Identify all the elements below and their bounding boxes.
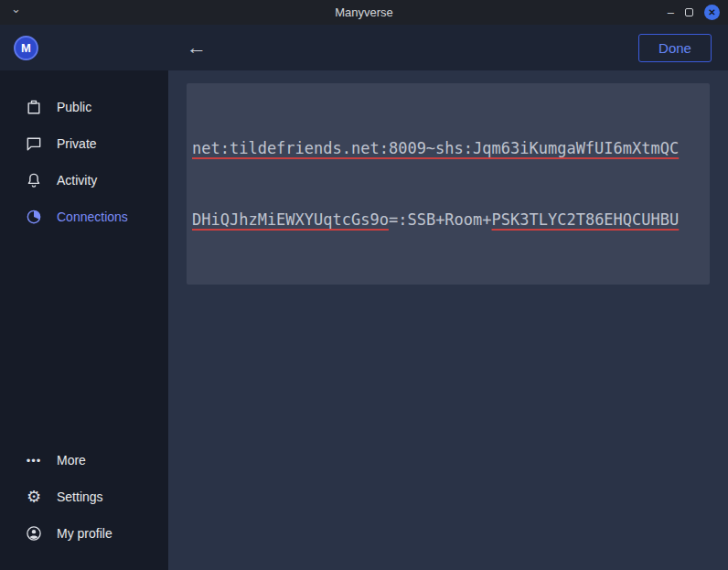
sidebar-item-label: Public: [57, 100, 91, 114]
invite-text-segment: DHiQJhzMiEWXYUqtcGs9o: [192, 210, 389, 229]
window-controls: – ✕: [668, 0, 720, 25]
invite-text-line: HASCASE18JBV24=: [192, 279, 704, 285]
message-icon: [25, 134, 43, 153]
main-content: net:tildefriends.net:8009~shs:Jqm63iKumg…: [168, 70, 728, 570]
sidebar-item-label: Settings: [57, 489, 103, 504]
restore-button[interactable]: [685, 8, 693, 16]
sidebar-item-label: My profile: [57, 526, 112, 541]
window-title: Manyverse: [0, 5, 728, 19]
invite-text-line: DHiQJhzMiEWXYUqtcGs9o=:SSB+Room+PSK3TLYC…: [192, 208, 704, 231]
sidebar-item-label: Activity: [57, 173, 97, 188]
sidebar-item-my-profile[interactable]: My profile: [0, 515, 168, 552]
minimize-button[interactable]: –: [668, 6, 674, 18]
manyverse-logo: M: [14, 36, 38, 60]
invite-text-segment: net:tildefriends.net:8009~shs:Jqm63iKumg…: [192, 139, 679, 157]
sidebar-item-label: Connections: [57, 210, 128, 224]
sidebar-item-private[interactable]: Private: [0, 125, 168, 162]
invite-text-segment: HASCASE18JBV24: [192, 282, 323, 285]
account-circle-icon: [25, 524, 43, 543]
invite-text-line: net:tildefriends.net:8009~shs:Jqm63iKumg…: [192, 136, 704, 160]
sidebar-item-activity[interactable]: Activity: [0, 162, 168, 199]
logo-area: M: [0, 36, 168, 60]
sidebar-item-connections[interactable]: Connections: [0, 199, 168, 235]
content-row: Public Private Activity: [0, 70, 728, 570]
back-arrow-icon[interactable]: ←: [187, 38, 207, 58]
bulletin-board-icon: [25, 98, 43, 116]
manyverse-window: ⌄ Manyverse – ✕ M ← Done Public: [0, 0, 728, 570]
app-top-bar: M ← Done: [0, 25, 728, 70]
sidebar-item-settings[interactable]: ⚙ Settings: [0, 479, 168, 515]
sidebar: Public Private Activity: [0, 70, 168, 570]
gear-icon: ⚙: [25, 488, 43, 506]
dots-horizontal-icon: •••: [25, 451, 43, 469]
window-menu-chevron-icon[interactable]: ⌄: [11, 3, 21, 15]
sidebar-item-label: Private: [57, 136, 97, 151]
bell-icon: [25, 171, 43, 189]
sidebar-spacer: [0, 235, 168, 442]
close-button[interactable]: ✕: [704, 5, 720, 20]
invite-text-segment: =: [323, 282, 332, 285]
invite-text-segment: =:: [389, 210, 407, 229]
connections-icon: [25, 208, 43, 226]
sidebar-item-public[interactable]: Public: [0, 89, 168, 125]
sidebar-item-label: More: [57, 453, 86, 468]
os-titlebar: ⌄ Manyverse – ✕: [0, 0, 728, 25]
done-button[interactable]: Done: [638, 34, 712, 62]
invite-code-textarea[interactable]: net:tildefriends.net:8009~shs:Jqm63iKumg…: [187, 83, 710, 285]
invite-text-segment: PSK3TLYC2T86EHQCUHBU: [492, 210, 680, 229]
invite-text-segment: SSB+Room+: [407, 210, 491, 229]
sidebar-item-more[interactable]: ••• More: [0, 442, 168, 479]
